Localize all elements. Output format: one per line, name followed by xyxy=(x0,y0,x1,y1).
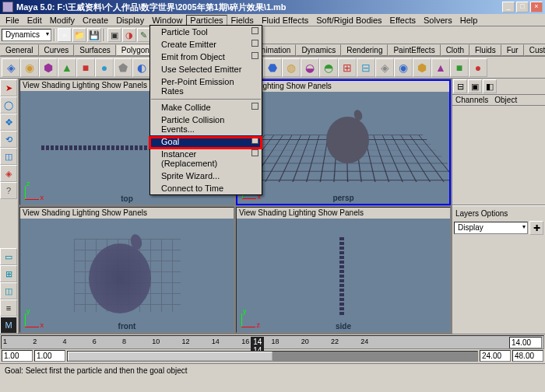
menu-modify[interactable]: Modify xyxy=(46,15,79,26)
option-box-icon[interactable] xyxy=(251,27,258,34)
shelf-icon[interactable]: ◈ xyxy=(2,58,20,77)
menu-edit[interactable]: Edit xyxy=(23,15,46,26)
range-start-field[interactable] xyxy=(2,350,33,362)
channel-toggle-icon[interactable]: ⊟ xyxy=(453,79,467,93)
menu-create[interactable]: Create xyxy=(79,15,112,26)
menu-item-emit-from-object[interactable]: Emit from Object xyxy=(150,51,262,63)
viewport-menu[interactable]: View Shading Lighting Show Panels xyxy=(237,208,450,219)
option-box-icon[interactable] xyxy=(251,52,258,59)
menu-item-particle-collision-events-[interactable]: Particle Collision Events... xyxy=(150,114,262,135)
rotate-tool-icon[interactable]: ⟲ xyxy=(0,131,17,148)
select-icon[interactable]: ▣ xyxy=(107,28,121,42)
shelf-icon[interactable]: ⊟ xyxy=(357,58,375,77)
shelf-icon[interactable]: ◉ xyxy=(20,58,39,77)
viewport-side[interactable]: View Shading Lighting Show Panels yz sid… xyxy=(236,207,451,333)
menu-file[interactable]: File xyxy=(2,15,23,26)
menu-soft/rigid bodies[interactable]: Soft/Rigid Bodies xyxy=(312,15,385,26)
single-pane-icon[interactable]: ▭ xyxy=(0,248,17,265)
shelf-tab-rendering[interactable]: Rendering xyxy=(341,44,388,56)
shelf-icon[interactable]: ▲ xyxy=(58,58,76,77)
viewport-menu[interactable]: View Shading Lighting Show Panels xyxy=(20,208,234,219)
option-box-icon[interactable] xyxy=(251,149,258,156)
range-bar[interactable] xyxy=(67,351,478,362)
shelf-icon[interactable]: ⬢ xyxy=(39,58,58,77)
menu-solvers[interactable]: Solvers xyxy=(420,15,456,26)
shelf-icon[interactable]: ● xyxy=(95,58,114,77)
file-new-icon[interactable]: ▫ xyxy=(58,28,72,42)
lasso-icon[interactable]: ◑ xyxy=(122,28,136,42)
menu-display[interactable]: Display xyxy=(112,15,148,26)
last-tool-icon[interactable]: ? xyxy=(0,182,17,199)
shelf-icon[interactable]: ◒ xyxy=(301,58,319,77)
lasso-tool-icon[interactable]: ◯ xyxy=(0,96,17,114)
outliner-icon[interactable]: ≡ xyxy=(0,299,17,317)
shelf-icon[interactable]: ◓ xyxy=(319,58,338,77)
layout-icon[interactable]: ◫ xyxy=(0,282,17,299)
menu-item-connect-to-time[interactable]: Connect to Time xyxy=(150,182,262,194)
file-open-icon[interactable]: 📁 xyxy=(72,28,86,42)
viewport-persp[interactable]: hing Lighting Show Panels yxz persp xyxy=(236,79,451,205)
option-box-icon[interactable] xyxy=(251,137,258,144)
shelf-tab-fluids[interactable]: Fluids xyxy=(469,44,501,56)
shelf-icon[interactable]: ◈ xyxy=(375,58,394,77)
menu-fields[interactable]: Fields xyxy=(227,15,258,26)
mode-dropdown[interactable]: Dynamics xyxy=(2,29,51,41)
shelf-icon[interactable]: ◉ xyxy=(394,58,413,77)
shelf-icon[interactable]: ▲ xyxy=(431,58,450,77)
shelf-tab-painteffects[interactable]: PaintEffects xyxy=(388,44,440,56)
shelf-icon[interactable]: ⬟ xyxy=(114,58,132,77)
menu-item-sprite-wizard-[interactable]: Sprite Wizard... xyxy=(150,170,262,182)
menu-item-per-point-emission-rates[interactable]: Per-Point Emission Rates xyxy=(150,75,262,97)
viewport-menu[interactable]: hing Lighting Show Panels xyxy=(237,81,449,92)
maximize-button[interactable]: □ xyxy=(516,2,529,12)
tab-channels[interactable]: Channels xyxy=(452,95,491,105)
menu-fluid effects[interactable]: Fluid Effects xyxy=(258,15,312,26)
tab-object[interactable]: Object xyxy=(491,95,520,105)
shelf-tab-dynamics[interactable]: Dynamics xyxy=(296,44,341,56)
manip-tool-icon[interactable]: ◈ xyxy=(0,165,17,182)
menu-item-instancer-replacement-[interactable]: Instancer (Replacement) xyxy=(150,148,262,170)
menu-item-goal[interactable]: Goal xyxy=(150,135,262,148)
option-box-icon[interactable] xyxy=(251,40,258,47)
layers-header[interactable]: Layers Options xyxy=(452,208,545,219)
layer-display-dropdown[interactable]: Display xyxy=(454,222,528,234)
attr-ed-icon[interactable]: ▣ xyxy=(468,79,482,93)
shelf-icon[interactable]: ⊞ xyxy=(338,58,357,77)
select-tool-icon[interactable]: ➤ xyxy=(0,79,17,96)
anim-start-field[interactable] xyxy=(34,350,65,362)
close-button[interactable]: × xyxy=(530,2,543,12)
four-pane-icon[interactable]: ⊞ xyxy=(0,265,17,282)
shelf-icon[interactable]: ◐ xyxy=(132,58,151,77)
menu-effects[interactable]: Effects xyxy=(386,15,420,26)
shelf-tab-curves[interactable]: Curves xyxy=(39,44,75,56)
range-slider[interactable] xyxy=(1,349,544,362)
tool-settings-icon[interactable]: ◧ xyxy=(483,79,497,93)
minimize-button[interactable]: _ xyxy=(502,2,515,12)
shelf-icon[interactable]: ● xyxy=(469,58,487,77)
time-ruler[interactable]: 1414 124681012141618202224 xyxy=(1,335,544,349)
menu-item-make-collide[interactable]: Make Collide xyxy=(150,101,262,114)
viewport-front[interactable]: View Shading Lighting Show Panels yx fro… xyxy=(19,207,234,333)
current-frame-field[interactable] xyxy=(509,337,542,348)
menu-item-use-selected-emitter[interactable]: Use Selected Emitter xyxy=(150,63,262,75)
shelf-icon[interactable]: ⬢ xyxy=(413,58,431,77)
menu-item-particle-tool[interactable]: Particle Tool xyxy=(150,26,262,38)
menu-window[interactable]: Window xyxy=(148,15,186,26)
file-save-icon[interactable]: 💾 xyxy=(87,28,101,42)
new-layer-icon[interactable]: ✚ xyxy=(529,221,543,235)
shelf-tab-surfaces[interactable]: Surfaces xyxy=(74,44,115,56)
menu-help[interactable]: Help xyxy=(456,15,482,26)
shelf-icon[interactable]: ■ xyxy=(450,58,469,77)
shelf-icon[interactable]: ⬣ xyxy=(263,58,282,77)
shelf-tab-custom[interactable]: Custom xyxy=(524,44,545,56)
range-end-field[interactable] xyxy=(512,350,543,362)
time-slider[interactable]: 1414 124681012141618202224 xyxy=(0,334,545,363)
shelf-tab-cloth[interactable]: Cloth xyxy=(441,44,469,56)
maya-logo-icon[interactable]: M xyxy=(0,317,17,334)
move-tool-icon[interactable]: ✥ xyxy=(0,114,17,131)
shelf-icon[interactable]: ■ xyxy=(76,58,95,77)
anim-end-field[interactable] xyxy=(480,350,511,362)
shelf-tab-general[interactable]: General xyxy=(0,44,39,56)
menu-particles[interactable]: Particles xyxy=(186,15,227,26)
shelf-tab-fur[interactable]: Fur xyxy=(501,44,524,56)
